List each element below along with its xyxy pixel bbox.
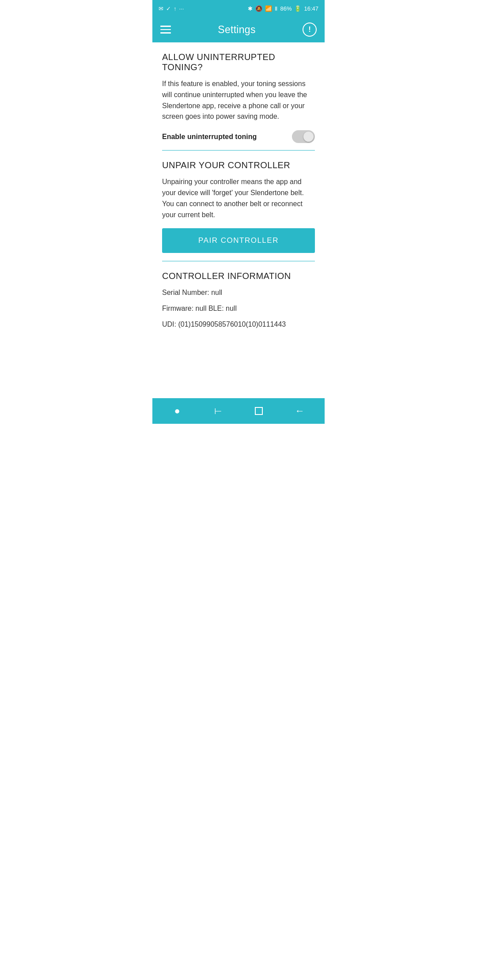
- udi-info: UDI: (01)15099058576010(10)0111443: [162, 319, 315, 330]
- controller-info-heading: CONTROLLER INFORMATION: [162, 271, 315, 281]
- info-button[interactable]: !: [303, 23, 317, 37]
- overview-button[interactable]: [248, 400, 270, 422]
- back-icon: ←: [295, 405, 305, 417]
- bluetooth-icon: ✱: [248, 5, 253, 12]
- toggle-knob: [303, 132, 314, 142]
- unpair-controller-description: Unpairing your controller means the app …: [162, 177, 315, 220]
- status-icons-right: ✱ 🔕 📶 Ⅱ 86% 🔋 16:47: [248, 5, 318, 12]
- recent-apps-icon: ⊢: [214, 406, 222, 416]
- app-bar: Settings !: [152, 17, 325, 42]
- signal-icon: Ⅱ: [275, 5, 277, 12]
- pair-controller-button[interactable]: PAIR CONTROLLER: [162, 228, 315, 253]
- overview-icon: [255, 407, 263, 415]
- status-icons-left: ✉ ✓ ↑ ···: [159, 5, 184, 12]
- serial-number: Serial Number: null: [162, 287, 315, 298]
- check-icon: ✓: [166, 5, 171, 12]
- mute-icon: 🔕: [255, 5, 262, 12]
- home-icon: ●: [174, 405, 180, 417]
- unpair-controller-heading: UNPAIR YOUR CONTROLLER: [162, 160, 315, 170]
- toggle-row: Enable uninterrupted toning: [162, 130, 315, 143]
- clock: 16:47: [304, 5, 318, 12]
- more-icon: ···: [179, 5, 184, 12]
- upload-icon: ↑: [174, 5, 177, 12]
- page-title: Settings: [218, 24, 256, 36]
- home-button[interactable]: ●: [166, 400, 188, 422]
- uninterrupted-toning-heading: ALLOW UNINTERRUPTED TONING?: [162, 52, 315, 72]
- hamburger-button[interactable]: [160, 26, 171, 34]
- section-divider-1: [162, 150, 315, 151]
- battery-level: 86%: [280, 5, 292, 12]
- section-divider-2: [162, 261, 315, 261]
- back-button[interactable]: ←: [289, 400, 311, 422]
- battery-icon: 🔋: [294, 5, 301, 12]
- bottom-navigation: ● ⊢ ←: [152, 398, 325, 424]
- uninterrupted-toning-description: If this feature is enabled, your toning …: [162, 79, 315, 122]
- toggle-label: Enable uninterrupted toning: [162, 133, 257, 141]
- content-spacer: [152, 367, 325, 398]
- main-content: ALLOW UNINTERRUPTED TONING? If this feat…: [152, 42, 325, 367]
- mail-icon: ✉: [159, 5, 163, 12]
- recent-apps-button[interactable]: ⊢: [207, 400, 229, 422]
- firmware-info: Firmware: null BLE: null: [162, 303, 315, 314]
- info-icon: !: [308, 25, 311, 34]
- uninterrupted-toning-toggle[interactable]: [292, 130, 315, 143]
- status-bar: ✉ ✓ ↑ ··· ✱ 🔕 📶 Ⅱ 86% 🔋 16:47: [152, 0, 325, 17]
- wifi-icon: 📶: [265, 5, 272, 12]
